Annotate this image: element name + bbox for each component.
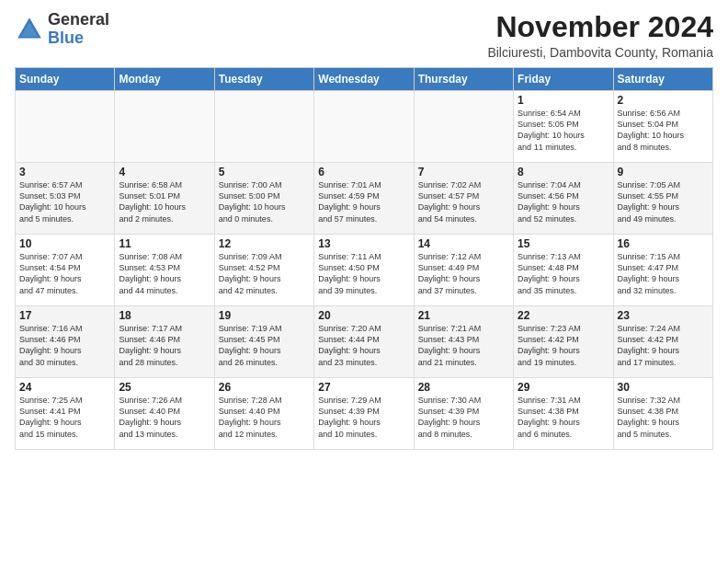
day-info: Sunrise: 7:25 AM Sunset: 4:41 PM Dayligh… <box>19 395 110 440</box>
day-info: Sunrise: 6:57 AM Sunset: 5:03 PM Dayligh… <box>19 179 110 224</box>
day-info: Sunrise: 7:31 AM Sunset: 4:38 PM Dayligh… <box>518 395 609 440</box>
day-info: Sunrise: 7:26 AM Sunset: 4:40 PM Dayligh… <box>119 395 210 440</box>
day-cell: 4Sunrise: 6:58 AM Sunset: 5:01 PM Daylig… <box>115 163 214 235</box>
logo-general: General <box>48 10 109 29</box>
day-number: 30 <box>618 381 709 394</box>
weekday-header-friday: Friday <box>514 68 613 91</box>
day-info: Sunrise: 7:16 AM Sunset: 4:46 PM Dayligh… <box>19 323 110 368</box>
header: General Blue November 2024 Bilciuresti, … <box>15 11 713 60</box>
day-number: 28 <box>418 381 509 394</box>
logo-blue: Blue <box>48 29 84 47</box>
day-info: Sunrise: 7:15 AM Sunset: 4:47 PM Dayligh… <box>618 251 709 296</box>
weekday-header-tuesday: Tuesday <box>214 68 313 91</box>
weekday-header-thursday: Thursday <box>414 68 513 91</box>
day-info: Sunrise: 7:07 AM Sunset: 4:54 PM Dayligh… <box>19 251 110 296</box>
day-number: 27 <box>318 381 409 394</box>
day-info: Sunrise: 7:05 AM Sunset: 4:55 PM Dayligh… <box>618 179 709 224</box>
day-cell: 28Sunrise: 7:30 AM Sunset: 4:39 PM Dayli… <box>414 378 513 450</box>
day-number: 9 <box>618 166 709 178</box>
day-number: 2 <box>618 94 709 107</box>
day-info: Sunrise: 7:17 AM Sunset: 4:46 PM Dayligh… <box>119 323 210 368</box>
day-cell <box>214 91 313 163</box>
day-cell: 21Sunrise: 7:21 AM Sunset: 4:43 PM Dayli… <box>414 306 513 378</box>
day-number: 19 <box>219 309 310 322</box>
day-number: 29 <box>518 381 609 394</box>
day-cell: 22Sunrise: 7:23 AM Sunset: 4:42 PM Dayli… <box>514 306 613 378</box>
day-info: Sunrise: 7:29 AM Sunset: 4:39 PM Dayligh… <box>318 395 409 440</box>
day-number: 13 <box>318 237 409 250</box>
day-number: 6 <box>318 166 409 178</box>
day-cell: 27Sunrise: 7:29 AM Sunset: 4:39 PM Dayli… <box>314 378 414 450</box>
day-info: Sunrise: 7:12 AM Sunset: 4:49 PM Dayligh… <box>418 251 509 296</box>
day-number: 18 <box>119 309 210 322</box>
day-info: Sunrise: 7:00 AM Sunset: 5:00 PM Dayligh… <box>219 179 310 224</box>
title-block: November 2024 Bilciuresti, Dambovita Cou… <box>487 11 713 60</box>
weekday-header-saturday: Saturday <box>613 68 712 91</box>
day-number: 26 <box>219 381 310 394</box>
day-info: Sunrise: 7:13 AM Sunset: 4:48 PM Dayligh… <box>518 251 609 296</box>
day-info: Sunrise: 7:32 AM Sunset: 4:38 PM Dayligh… <box>618 395 709 440</box>
day-info: Sunrise: 7:30 AM Sunset: 4:39 PM Dayligh… <box>418 395 509 440</box>
day-info: Sunrise: 6:54 AM Sunset: 5:05 PM Dayligh… <box>518 108 609 153</box>
day-cell: 18Sunrise: 7:17 AM Sunset: 4:46 PM Dayli… <box>115 306 214 378</box>
day-cell: 10Sunrise: 7:07 AM Sunset: 4:54 PM Dayli… <box>16 235 115 306</box>
month-title: November 2024 <box>487 11 713 43</box>
day-number: 14 <box>418 237 509 250</box>
day-number: 22 <box>518 309 609 322</box>
day-cell: 11Sunrise: 7:08 AM Sunset: 4:53 PM Dayli… <box>115 235 214 306</box>
day-number: 20 <box>318 309 409 322</box>
day-cell: 16Sunrise: 7:15 AM Sunset: 4:47 PM Dayli… <box>613 235 712 306</box>
weekday-header-row: SundayMondayTuesdayWednesdayThursdayFrid… <box>16 68 713 91</box>
day-info: Sunrise: 7:20 AM Sunset: 4:44 PM Dayligh… <box>318 323 409 368</box>
day-cell: 2Sunrise: 6:56 AM Sunset: 5:04 PM Daylig… <box>613 91 712 163</box>
location: Bilciuresti, Dambovita County, Romania <box>487 45 713 60</box>
weekday-header-wednesday: Wednesday <box>314 68 414 91</box>
day-number: 1 <box>518 94 609 107</box>
day-number: 5 <box>219 166 310 178</box>
day-number: 11 <box>119 237 210 250</box>
day-cell: 20Sunrise: 7:20 AM Sunset: 4:44 PM Dayli… <box>314 306 414 378</box>
day-info: Sunrise: 7:11 AM Sunset: 4:50 PM Dayligh… <box>318 251 409 296</box>
day-number: 17 <box>19 309 110 322</box>
logo-text: General Blue <box>48 11 109 48</box>
weekday-header-monday: Monday <box>115 68 214 91</box>
day-cell: 14Sunrise: 7:12 AM Sunset: 4:49 PM Dayli… <box>414 235 513 306</box>
day-cell: 26Sunrise: 7:28 AM Sunset: 4:40 PM Dayli… <box>214 378 313 450</box>
day-cell: 6Sunrise: 7:01 AM Sunset: 4:59 PM Daylig… <box>314 163 414 235</box>
calendar-table: SundayMondayTuesdayWednesdayThursdayFrid… <box>15 67 713 450</box>
day-number: 7 <box>418 166 509 178</box>
day-cell: 17Sunrise: 7:16 AM Sunset: 4:46 PM Dayli… <box>16 306 115 378</box>
week-row-5: 24Sunrise: 7:25 AM Sunset: 4:41 PM Dayli… <box>16 378 713 450</box>
logo-icon <box>15 15 44 44</box>
day-cell: 12Sunrise: 7:09 AM Sunset: 4:52 PM Dayli… <box>214 235 313 306</box>
day-info: Sunrise: 7:21 AM Sunset: 4:43 PM Dayligh… <box>418 323 509 368</box>
day-cell: 15Sunrise: 7:13 AM Sunset: 4:48 PM Dayli… <box>514 235 613 306</box>
day-cell <box>16 91 115 163</box>
day-cell <box>115 91 214 163</box>
day-cell: 5Sunrise: 7:00 AM Sunset: 5:00 PM Daylig… <box>214 163 313 235</box>
day-number: 12 <box>219 237 310 250</box>
day-cell: 29Sunrise: 7:31 AM Sunset: 4:38 PM Dayli… <box>514 378 613 450</box>
day-info: Sunrise: 7:09 AM Sunset: 4:52 PM Dayligh… <box>219 251 310 296</box>
day-cell: 1Sunrise: 6:54 AM Sunset: 5:05 PM Daylig… <box>514 91 613 163</box>
week-row-1: 1Sunrise: 6:54 AM Sunset: 5:05 PM Daylig… <box>16 91 713 163</box>
day-info: Sunrise: 7:02 AM Sunset: 4:57 PM Dayligh… <box>418 179 509 224</box>
day-number: 15 <box>518 237 609 250</box>
day-info: Sunrise: 7:01 AM Sunset: 4:59 PM Dayligh… <box>318 179 409 224</box>
day-cell: 9Sunrise: 7:05 AM Sunset: 4:55 PM Daylig… <box>613 163 712 235</box>
day-info: Sunrise: 7:19 AM Sunset: 4:45 PM Dayligh… <box>219 323 310 368</box>
day-info: Sunrise: 7:23 AM Sunset: 4:42 PM Dayligh… <box>518 323 609 368</box>
day-cell: 13Sunrise: 7:11 AM Sunset: 4:50 PM Dayli… <box>314 235 414 306</box>
day-cell: 19Sunrise: 7:19 AM Sunset: 4:45 PM Dayli… <box>214 306 313 378</box>
day-number: 21 <box>418 309 509 322</box>
day-cell: 30Sunrise: 7:32 AM Sunset: 4:38 PM Dayli… <box>613 378 712 450</box>
day-number: 25 <box>119 381 210 394</box>
day-info: Sunrise: 7:08 AM Sunset: 4:53 PM Dayligh… <box>119 251 210 296</box>
day-number: 16 <box>618 237 709 250</box>
week-row-2: 3Sunrise: 6:57 AM Sunset: 5:03 PM Daylig… <box>16 163 713 235</box>
day-cell: 8Sunrise: 7:04 AM Sunset: 4:56 PM Daylig… <box>514 163 613 235</box>
day-info: Sunrise: 7:04 AM Sunset: 4:56 PM Dayligh… <box>518 179 609 224</box>
day-cell: 7Sunrise: 7:02 AM Sunset: 4:57 PM Daylig… <box>414 163 513 235</box>
day-info: Sunrise: 7:24 AM Sunset: 4:42 PM Dayligh… <box>618 323 709 368</box>
day-number: 4 <box>119 166 210 178</box>
